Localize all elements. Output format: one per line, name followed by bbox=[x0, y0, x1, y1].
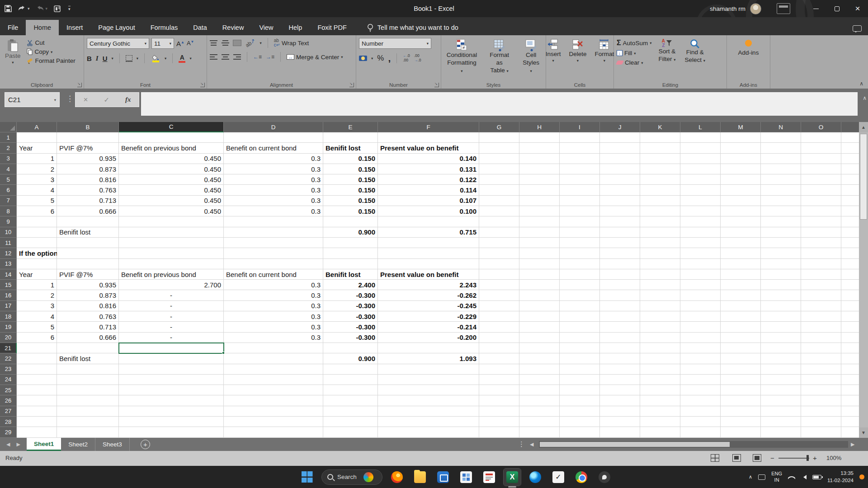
cell-M7[interactable] bbox=[721, 196, 761, 206]
zoom-out-button[interactable]: − bbox=[770, 454, 774, 462]
cell-C28[interactable] bbox=[119, 417, 224, 427]
cell-K13[interactable] bbox=[640, 259, 680, 269]
cell-M20[interactable] bbox=[721, 333, 761, 343]
cell-H14[interactable] bbox=[519, 269, 560, 280]
cell-E13[interactable] bbox=[323, 259, 378, 269]
cell-J10[interactable] bbox=[600, 227, 640, 238]
cell-partial-21[interactable] bbox=[841, 343, 859, 353]
cell-N5[interactable] bbox=[761, 174, 801, 185]
cell-M19[interactable] bbox=[721, 322, 761, 332]
column-header-D[interactable]: D bbox=[224, 122, 323, 132]
cell-F28[interactable] bbox=[378, 417, 479, 427]
taskbar-app-pdfapp[interactable] bbox=[481, 469, 498, 486]
cell-B21[interactable] bbox=[57, 343, 119, 353]
decrease-indent-button[interactable]: ←≡ bbox=[253, 54, 262, 60]
cell-M6[interactable] bbox=[721, 185, 761, 195]
cell-E10[interactable]: 0.900 bbox=[323, 227, 378, 238]
cell-I27[interactable] bbox=[560, 406, 600, 417]
cell-J25[interactable] bbox=[600, 385, 640, 395]
cell-A1[interactable] bbox=[17, 132, 57, 143]
cell-A8[interactable]: 6 bbox=[17, 206, 57, 216]
cell-H8[interactable] bbox=[519, 206, 560, 216]
cell-K20[interactable] bbox=[640, 333, 680, 343]
cell-N7[interactable] bbox=[761, 196, 801, 206]
page-break-view-button[interactable] bbox=[753, 454, 761, 462]
cell-N22[interactable] bbox=[761, 353, 801, 364]
bottom-align-button[interactable] bbox=[233, 40, 241, 46]
cell-D19[interactable]: 0.3 bbox=[224, 322, 323, 332]
cell-M12[interactable] bbox=[721, 248, 761, 258]
cell-O4[interactable] bbox=[801, 164, 841, 174]
cell-D27[interactable] bbox=[224, 406, 323, 417]
cell-M28[interactable] bbox=[721, 417, 761, 427]
save-button[interactable] bbox=[5, 5, 12, 12]
cell-F24[interactable] bbox=[378, 375, 479, 385]
cell-partial-10[interactable] bbox=[841, 227, 859, 238]
sheet-tab-sheet2[interactable]: Sheet2 bbox=[61, 438, 95, 451]
cell-A27[interactable] bbox=[17, 406, 57, 417]
copy-dropdown-arrow[interactable]: ▾ bbox=[51, 50, 52, 54]
cell-partial-23[interactable] bbox=[841, 364, 859, 375]
cell-D26[interactable] bbox=[224, 395, 323, 406]
cell-F2[interactable]: Present value on benefit bbox=[378, 143, 479, 153]
cell-F8[interactable]: 0.100 bbox=[378, 206, 479, 216]
cell-N29[interactable] bbox=[761, 427, 801, 437]
cell-K26[interactable] bbox=[640, 395, 680, 406]
addins-button[interactable]: Add-ins bbox=[730, 39, 767, 58]
cell-K1[interactable] bbox=[640, 132, 680, 143]
cell-partial-6[interactable] bbox=[841, 185, 859, 195]
cell-F4[interactable]: 0.131 bbox=[378, 164, 479, 174]
customize-qat-button[interactable]: ▾ bbox=[68, 6, 71, 11]
cell-D28[interactable] bbox=[224, 417, 323, 427]
column-header-partial[interactable] bbox=[841, 122, 859, 132]
cell-B23[interactable] bbox=[57, 364, 119, 375]
row-header-28[interactable]: 28 bbox=[0, 417, 17, 427]
cell-F1[interactable] bbox=[378, 132, 479, 143]
cell-K27[interactable] bbox=[640, 406, 680, 417]
insert-function-button[interactable]: fx bbox=[125, 96, 131, 103]
cell-I1[interactable] bbox=[560, 132, 600, 143]
notification-badge[interactable] bbox=[859, 474, 864, 479]
clear-button[interactable]: Clear ▾ bbox=[617, 59, 651, 66]
cell-G18[interactable] bbox=[479, 311, 519, 322]
cell-N21[interactable] bbox=[761, 343, 801, 353]
shrink-font-button[interactable]: A▼ bbox=[187, 40, 194, 47]
cell-H28[interactable] bbox=[519, 417, 560, 427]
cell-partial-22[interactable] bbox=[841, 353, 859, 364]
tray-overflow-chevron[interactable]: ∧ bbox=[749, 474, 752, 480]
grow-font-button[interactable]: A▲ bbox=[176, 40, 184, 47]
column-header-G[interactable]: G bbox=[479, 122, 519, 132]
cell-N19[interactable] bbox=[761, 322, 801, 332]
cell-H4[interactable] bbox=[519, 164, 560, 174]
tell-me-box[interactable]: Tell me what you want to do bbox=[367, 20, 458, 35]
cell-L22[interactable] bbox=[680, 353, 721, 364]
cell-M13[interactable] bbox=[721, 259, 761, 269]
cell-C16[interactable]: - bbox=[119, 290, 224, 300]
cell-I12[interactable] bbox=[560, 248, 600, 258]
cell-H16[interactable] bbox=[519, 290, 560, 300]
cell-H13[interactable] bbox=[519, 259, 560, 269]
cell-J13[interactable] bbox=[600, 259, 640, 269]
cell-H25[interactable] bbox=[519, 385, 560, 395]
cell-B13[interactable] bbox=[57, 259, 119, 269]
taskbar-app-checkapp[interactable]: ✓ bbox=[550, 469, 567, 486]
sheet-tab-sheet1[interactable]: Sheet1 bbox=[27, 438, 61, 451]
new-sheet-button[interactable]: + bbox=[141, 440, 150, 449]
cell-E18[interactable]: -0.300 bbox=[323, 311, 378, 322]
undo-button[interactable]: ▾ bbox=[18, 5, 30, 12]
cell-F18[interactable]: -0.229 bbox=[378, 311, 479, 322]
cell-O29[interactable] bbox=[801, 427, 841, 437]
cell-J24[interactable] bbox=[600, 375, 640, 385]
cell-D15[interactable]: 0.3 bbox=[224, 280, 323, 290]
cell-L25[interactable] bbox=[680, 385, 721, 395]
cell-I3[interactable] bbox=[560, 154, 600, 164]
cell-N25[interactable] bbox=[761, 385, 801, 395]
cell-L1[interactable] bbox=[680, 132, 721, 143]
cell-H27[interactable] bbox=[519, 406, 560, 417]
zoom-in-button[interactable]: + bbox=[813, 454, 817, 462]
cell-I29[interactable] bbox=[560, 427, 600, 437]
name-box[interactable]: C21 ▾ bbox=[5, 92, 60, 107]
cell-M26[interactable] bbox=[721, 395, 761, 406]
cell-N27[interactable] bbox=[761, 406, 801, 417]
cell-E22[interactable]: 0.900 bbox=[323, 353, 378, 364]
